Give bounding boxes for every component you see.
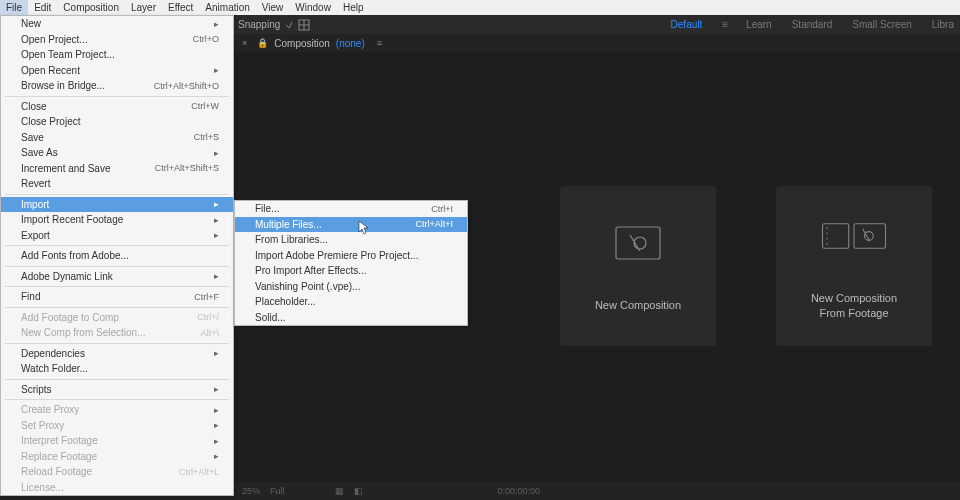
file-menu-item-9[interactable]: Save As▸ bbox=[1, 145, 233, 161]
svg-rect-5 bbox=[616, 227, 660, 259]
import-menu-item-6[interactable]: Placeholder... bbox=[235, 294, 467, 310]
import-menu-item-5[interactable]: Vanishing Point (.vpe)... bbox=[235, 279, 467, 295]
file-menu-item-1[interactable]: Open Project...Ctrl+O bbox=[1, 32, 233, 48]
file-menu-item-17[interactable]: Add Fonts from Adobe... bbox=[1, 248, 233, 264]
snapping-label: Snapping bbox=[238, 19, 280, 30]
import-menu-item-7[interactable]: Solid... bbox=[235, 310, 467, 326]
import-submenu: File...Ctrl+IMultiple Files...Ctrl+Alt+I… bbox=[234, 200, 468, 326]
file-menu-item-2[interactable]: Open Team Project... bbox=[1, 47, 233, 63]
file-menu-item-15[interactable]: Export▸ bbox=[1, 228, 233, 244]
panel-menu-icon[interactable]: ≡ bbox=[377, 38, 381, 48]
menu-view[interactable]: View bbox=[256, 0, 290, 15]
new-composition-from-footage-card[interactable]: New CompositionFrom Footage bbox=[776, 186, 932, 346]
file-menu-item-27[interactable]: Watch Folder... bbox=[1, 361, 233, 377]
workspace-learn[interactable]: Learn bbox=[746, 19, 772, 30]
file-menu-item-7[interactable]: Close Project bbox=[1, 114, 233, 130]
menu-animation[interactable]: Animation bbox=[199, 0, 255, 15]
import-menu-item-2[interactable]: From Libraries... bbox=[235, 232, 467, 248]
import-menu-item-4[interactable]: Pro Import After Effects... bbox=[235, 263, 467, 279]
file-menu-item-24: New Comp from Selection...Alt+\ bbox=[1, 325, 233, 341]
file-menu-item-31: Create Proxy▸ bbox=[1, 402, 233, 418]
menu-layer[interactable]: Layer bbox=[125, 0, 162, 15]
composition-tab-label[interactable]: Composition bbox=[274, 38, 330, 49]
file-menu-item-36: License... bbox=[1, 480, 233, 496]
new-composition-card[interactable]: New Composition bbox=[560, 186, 716, 346]
resolution[interactable]: Full bbox=[270, 486, 285, 496]
file-menu-item-23: Add Footage to CompCtrl+/ bbox=[1, 310, 233, 326]
new-composition-from-footage-label: New CompositionFrom Footage bbox=[811, 291, 897, 322]
file-menu-item-10[interactable]: Increment and SaveCtrl+Alt+Shift+S bbox=[1, 161, 233, 177]
file-menu-item-13[interactable]: Import▸ bbox=[1, 197, 233, 213]
file-menu-item-29[interactable]: Scripts▸ bbox=[1, 382, 233, 398]
workspace-standard[interactable]: Standard bbox=[792, 19, 833, 30]
menu-window[interactable]: Window bbox=[289, 0, 337, 15]
snap-opt-icon[interactable] bbox=[284, 20, 294, 30]
menubar: FileEditCompositionLayerEffectAnimationV… bbox=[0, 0, 960, 15]
new-composition-icon bbox=[603, 218, 673, 268]
file-menu-item-32: Set Proxy▸ bbox=[1, 418, 233, 434]
time-display[interactable]: 0:00:00:00 bbox=[497, 486, 540, 496]
import-menu-item-3[interactable]: Import Adobe Premiere Pro Project... bbox=[235, 248, 467, 264]
import-menu-item-1[interactable]: Multiple Files...Ctrl+Alt+I bbox=[235, 217, 467, 233]
file-menu-item-26[interactable]: Dependencies▸ bbox=[1, 346, 233, 362]
tab-close-icon[interactable]: × bbox=[242, 38, 247, 48]
svg-rect-7 bbox=[854, 223, 886, 248]
workspace-menu-icon[interactable]: ≡ bbox=[722, 19, 726, 30]
file-menu: New▸Open Project...Ctrl+OOpen Team Proje… bbox=[0, 15, 234, 496]
file-menu-item-34: Replace Footage▸ bbox=[1, 449, 233, 465]
file-menu-item-8[interactable]: SaveCtrl+S bbox=[1, 130, 233, 146]
file-menu-item-3[interactable]: Open Recent▸ bbox=[1, 63, 233, 79]
file-menu-item-11[interactable]: Revert bbox=[1, 176, 233, 192]
file-menu-item-33: Interpret Footage▸ bbox=[1, 433, 233, 449]
file-menu-item-21[interactable]: FindCtrl+F bbox=[1, 289, 233, 305]
new-composition-label: New Composition bbox=[595, 298, 681, 313]
grid-icon[interactable]: ▦ bbox=[335, 486, 344, 496]
lock-icon[interactable]: 🔒 bbox=[257, 38, 268, 48]
new-composition-from-footage-icon bbox=[819, 211, 889, 261]
import-menu-item-0[interactable]: File...Ctrl+I bbox=[235, 201, 467, 217]
menu-file[interactable]: File bbox=[0, 0, 28, 15]
composition-none: (none) bbox=[336, 38, 365, 49]
file-menu-item-19[interactable]: Adobe Dynamic Link▸ bbox=[1, 269, 233, 285]
menu-effect[interactable]: Effect bbox=[162, 0, 199, 15]
zoom-pct[interactable]: 25% bbox=[242, 486, 260, 496]
mask-toggle-icon[interactable]: ◧ bbox=[354, 486, 363, 496]
workspace-tabs: Default ≡ Learn Standard Small Screen Li… bbox=[671, 15, 954, 34]
file-menu-item-35: Reload FootageCtrl+Alt+L bbox=[1, 464, 233, 480]
file-menu-item-0[interactable]: New▸ bbox=[1, 16, 233, 32]
workspace-small-screen[interactable]: Small Screen bbox=[852, 19, 911, 30]
menu-help[interactable]: Help bbox=[337, 0, 370, 15]
snap-grid-icon[interactable] bbox=[298, 19, 310, 31]
file-menu-item-6[interactable]: CloseCtrl+W bbox=[1, 99, 233, 115]
menu-composition[interactable]: Composition bbox=[57, 0, 125, 15]
file-menu-item-4[interactable]: Browse in Bridge...Ctrl+Alt+Shift+O bbox=[1, 78, 233, 94]
menu-edit[interactable]: Edit bbox=[28, 0, 57, 15]
workspace-libraries[interactable]: Libra bbox=[932, 19, 954, 30]
file-menu-item-14[interactable]: Import Recent Footage▸ bbox=[1, 212, 233, 228]
workspace-default[interactable]: Default bbox=[671, 19, 703, 30]
